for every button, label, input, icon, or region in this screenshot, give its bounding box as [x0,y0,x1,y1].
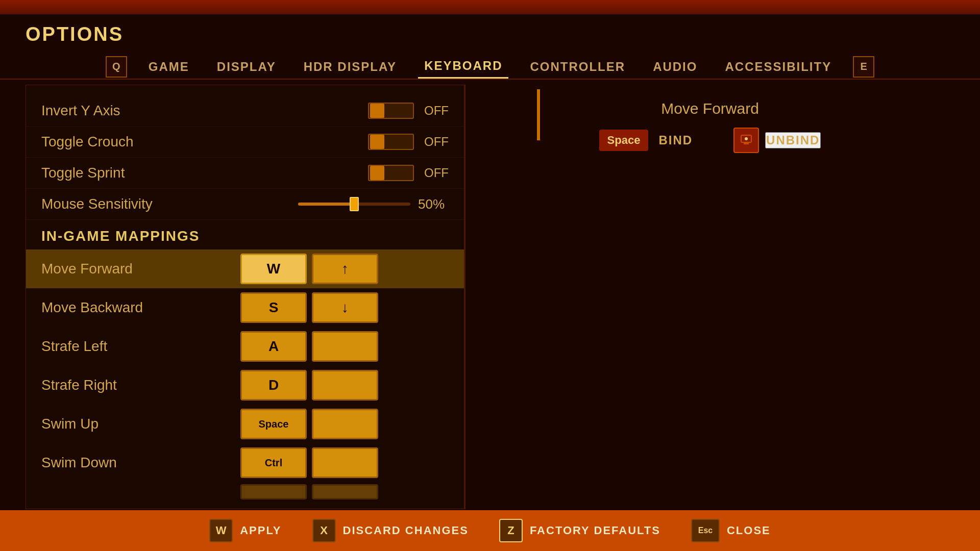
tab-hdr-display[interactable]: HDR DISPLAY [298,56,403,78]
tab-controller[interactable]: CONTROLLER [524,56,631,78]
close-action[interactable]: Esc CLOSE [691,519,771,542]
slider-fill [298,203,354,206]
unbind-icon [733,128,759,153]
tab-display[interactable]: DISPLAY [211,56,282,78]
mappings-header: IN-GAME MAPPINGS [26,220,464,249]
close-label: CLOSE [727,524,771,537]
right-panel: Move Forward Space BIND UNBIND [465,85,954,509]
left-panel: Invert Y Axis OFF Toggle Crouch OFF Togg… [26,85,464,509]
svg-rect-1 [744,142,749,144]
strafe-right-key2[interactable] [312,370,378,400]
sensitivity-value: 50% [418,196,449,212]
strafe-left-key1[interactable]: A [240,331,307,362]
scroll-indicator[interactable] [537,89,540,140]
mapping-move-forward[interactable]: Move Forward W ↑ [26,249,464,288]
strafe-left-key2[interactable] [312,331,378,362]
mapping-swim-down[interactable]: Swim Down Ctrl [26,443,464,482]
tab-q-icon[interactable]: Q [106,56,127,78]
toggle-sprint-row: Toggle Sprint OFF [26,158,464,189]
tab-game[interactable]: GAME [142,56,195,78]
strafe-left-label: Strafe Left [41,338,235,355]
mapping-strafe-left[interactable]: Strafe Left A [26,327,464,366]
factory-key: Z [499,519,523,542]
mouse-sensitivity-label: Mouse Sensitivity [41,196,298,212]
discard-label: DISCARD CHANGES [343,524,469,537]
nav-tabs: Q GAME DISPLAY HDR DISPLAY KEYBOARD CONT… [0,51,980,80]
more-key1 [240,484,307,499]
mouse-sensitivity-row: Mouse Sensitivity 50% [26,189,464,220]
unbind-section: UNBIND [733,128,821,153]
move-backward-key1[interactable]: S [240,292,307,323]
strafe-right-label: Strafe Right [41,377,235,393]
bind-key-badge: Space [599,130,649,151]
invert-y-toggle[interactable] [368,103,414,119]
move-forward-key1[interactable]: W [240,254,307,284]
apply-key: W [209,519,233,542]
mouse-sensitivity-control: 50% [298,196,449,212]
toggle-crouch-toggle[interactable] [368,134,414,150]
invert-y-label: Invert Y Axis [41,103,368,119]
mapping-move-backward[interactable]: Move Backward S ↓ [26,288,464,327]
factory-label: FACTORY DEFAULTS [530,524,660,537]
toggle-crouch-control: OFF [368,134,449,150]
discard-action[interactable]: X DISCARD CHANGES [312,519,469,542]
strafe-right-key1[interactable]: D [240,370,307,400]
mapping-strafe-right[interactable]: Strafe Right D [26,366,464,405]
invert-y-row: Invert Y Axis OFF [26,95,464,127]
binding-controls: Space BIND UNBIND [599,128,821,153]
options-title: OPTIONS [0,14,980,51]
unbind-svg-icon [739,133,753,147]
swim-up-key2[interactable] [312,409,378,439]
swim-down-key2[interactable] [312,447,378,478]
toggle-sprint-control: OFF [368,165,449,181]
swim-up-label: Swim Up [41,416,235,432]
move-backward-label: Move Backward [41,299,235,316]
tab-keyboard[interactable]: KEYBOARD [418,55,508,79]
sensitivity-slider[interactable] [298,203,410,206]
move-forward-label: Move Forward [41,261,235,277]
mapping-swim-up[interactable]: Swim Up Space [26,405,464,443]
main-content: Invert Y Axis OFF Toggle Crouch OFF Togg… [0,85,980,509]
toggle-crouch-value: OFF [424,135,449,149]
svg-point-2 [745,137,748,140]
toggle-sprint-toggle[interactable] [368,165,414,181]
swim-down-key1[interactable]: Ctrl [240,447,307,478]
swim-up-key1[interactable]: Space [240,409,307,439]
toggle-sprint-value: OFF [424,166,449,180]
apply-label: APPLY [240,524,281,537]
discard-key: X [312,519,336,542]
tab-e-icon[interactable]: E [853,56,874,78]
tab-audio[interactable]: AUDIO [647,56,703,78]
move-backward-key2[interactable]: ↓ [312,292,378,323]
top-bar [0,0,980,14]
toggle-crouch-row: Toggle Crouch OFF [26,127,464,158]
factory-action[interactable]: Z FACTORY DEFAULTS [499,519,660,542]
bottom-bar: W APPLY X DISCARD CHANGES Z FACTORY DEFA… [0,510,980,551]
toggle-sprint-label: Toggle Sprint [41,165,368,181]
unbind-button[interactable]: UNBIND [765,132,821,148]
toggle-circle-2 [370,135,384,149]
close-key: Esc [691,519,720,542]
bind-button[interactable]: BIND [658,133,693,147]
binding-title: Move Forward [661,100,759,117]
move-forward-key2[interactable]: ↑ [312,254,378,284]
invert-y-control: OFF [368,103,449,119]
toggle-circle [370,104,384,118]
slider-thumb[interactable] [350,197,359,211]
apply-action[interactable]: W APPLY [209,519,281,542]
swim-down-label: Swim Down [41,455,235,471]
toggle-crouch-label: Toggle Crouch [41,134,368,150]
invert-y-value: OFF [424,104,449,118]
more-key2 [312,484,378,499]
toggle-circle-3 [370,166,384,180]
mapping-more [26,482,464,504]
tab-accessibility[interactable]: ACCESSIBILITY [719,56,838,78]
